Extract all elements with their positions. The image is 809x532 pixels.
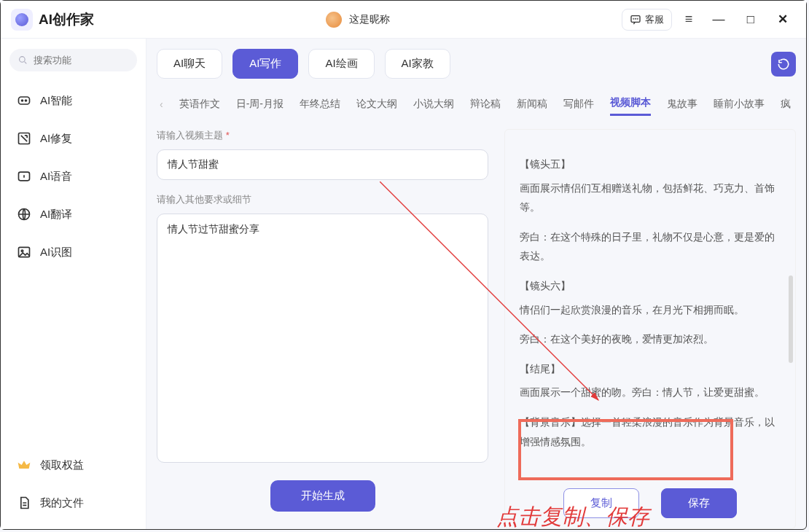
svg-point-2 (636, 18, 636, 19)
nickname: 这是昵称 (349, 13, 390, 26)
copy-button[interactable]: 复制 (563, 488, 639, 518)
output-seg5-body: 画面展示情侣们互相赠送礼物，包括鲜花、巧克力、首饰等。 (520, 179, 781, 217)
file-icon (17, 496, 31, 510)
app-title: AI创作家 (39, 10, 94, 29)
output-seg6-head: 【镜头六】 (520, 276, 781, 296)
sidebar-item-label: AI修复 (40, 132, 72, 146)
subtab-email[interactable]: 写邮件 (563, 93, 594, 115)
topic-input[interactable] (157, 149, 488, 180)
sidebar-item-ai-smart[interactable]: AI智能 (9, 85, 137, 117)
output-seg5-head: 【镜头五】 (520, 154, 781, 174)
svg-rect-5 (19, 97, 30, 104)
minimize-button[interactable]: — (706, 7, 732, 33)
svg-point-6 (22, 100, 23, 101)
subtab-bedtime-story[interactable]: 睡前小故事 (714, 93, 765, 115)
sidebar-item-label: 领取权益 (40, 458, 84, 472)
menu-icon: ≡ (685, 12, 693, 27)
output-seg5-narr: 旁白：在这个特殊的日子里，礼物不仅是心意，更是爱的表达。 (520, 227, 781, 266)
sidebar-item-ai-voice[interactable]: AI语音 (9, 160, 137, 192)
tab-ai-tutor[interactable]: AI家教 (385, 49, 450, 79)
tab-ai-chat[interactable]: AI聊天 (157, 49, 222, 79)
svg-point-4 (20, 57, 26, 63)
sidebar: AI智能 AI修复 AI语音 AI翻译 AI识图 (1, 39, 146, 529)
main-content: AI聊天 AI写作 AI绘画 AI家教 ‹ 英语作文 日-周-月报 年终总结 论… (146, 39, 806, 529)
history-button[interactable] (771, 52, 796, 77)
output-end-body: 画面展示一个甜蜜的吻。旁白：情人节，让爱更甜蜜。 (520, 383, 781, 402)
subtab-news[interactable]: 新闻稿 (517, 93, 547, 115)
avatar[interactable] (326, 12, 342, 28)
svg-point-3 (637, 18, 638, 19)
subtab-paper-outline[interactable]: 论文大纲 (356, 93, 397, 115)
menu-button[interactable]: ≡ (678, 9, 700, 31)
detail-textarea[interactable] (157, 214, 488, 463)
sidebar-item-label: AI翻译 (40, 208, 72, 222)
customer-service-button[interactable]: 客服 (622, 9, 672, 31)
subtab-ghost-story[interactable]: 鬼故事 (667, 93, 697, 115)
svg-point-12 (21, 250, 23, 252)
app-logo (11, 9, 33, 31)
close-button[interactable]: ✕ (770, 7, 796, 33)
tab-ai-writing[interactable]: AI写作 (232, 49, 298, 79)
secondary-tabs: ‹ 英语作文 日-周-月报 年终总结 论文大纲 小说大纲 辩论稿 新闻稿 写邮件… (157, 92, 796, 116)
svg-point-1 (633, 18, 634, 19)
voice-icon (17, 169, 31, 184)
subtab-video-script[interactable]: 视频脚本 (610, 92, 651, 116)
sidebar-item-ai-translate[interactable]: AI翻译 (9, 198, 137, 230)
search-input[interactable] (34, 55, 128, 66)
input-column: 请输入视频主题 * 请输入其他要求或细节 开始生成 (157, 129, 488, 529)
crown-icon (17, 458, 31, 472)
sidebar-item-files[interactable]: 我的文件 (9, 487, 137, 519)
subtab-more[interactable]: 疯 (781, 93, 791, 115)
subtab-year-summary[interactable]: 年终总结 (300, 93, 340, 115)
svg-point-7 (26, 100, 27, 101)
output-text[interactable]: 【镜头五】 画面展示情侣们互相赠送礼物，包括鲜花、巧克力、首饰等。 旁白：在这个… (517, 130, 783, 478)
topic-label: 请输入视频主题 * (157, 129, 488, 142)
output-bgm: 【背景音乐】选择一首轻柔浪漫的音乐作为背景音乐，以增强情感氛围。 (520, 412, 781, 451)
sidebar-item-label: AI智能 (40, 94, 72, 108)
search-box[interactable] (9, 49, 137, 71)
subtab-debate[interactable]: 辩论稿 (470, 93, 501, 115)
translate-icon (17, 207, 31, 222)
sidebar-item-label: AI识图 (40, 246, 72, 259)
tabs-scroll-left[interactable]: ‹ (160, 98, 163, 110)
maximize-button[interactable]: □ (738, 7, 764, 33)
sidebar-item-label: AI语音 (40, 170, 72, 184)
output-column: 【镜头五】 画面展示情侣们互相赠送礼物，包括鲜花、巧克力、首饰等。 旁白：在这个… (504, 129, 796, 529)
output-seg6-body: 情侣们一起欣赏浪漫的音乐，在月光下相拥而眠。 (520, 300, 781, 320)
generate-button[interactable]: 开始生成 (270, 480, 375, 512)
sidebar-item-benefits[interactable]: 领取权益 (9, 449, 137, 481)
repair-icon (17, 131, 31, 146)
video-icon (17, 93, 31, 108)
subtab-reports[interactable]: 日-周-月报 (236, 93, 284, 115)
output-seg6-narr: 旁白：在这个美好的夜晚，爱情更加浓烈。 (520, 329, 781, 349)
subtab-english-essay[interactable]: 英语作文 (179, 93, 220, 115)
save-button[interactable]: 保存 (661, 488, 737, 518)
output-end-head: 【结尾】 (520, 359, 781, 379)
image-icon (17, 245, 31, 259)
customer-service-label: 客服 (645, 13, 664, 26)
subtab-novel-outline[interactable]: 小说大纲 (413, 93, 454, 115)
sidebar-item-ai-fix[interactable]: AI修复 (9, 122, 137, 154)
detail-label: 请输入其他要求或细节 (157, 193, 488, 206)
sidebar-item-label: 我的文件 (40, 496, 84, 510)
sidebar-item-ai-image[interactable]: AI识图 (9, 236, 137, 268)
chat-icon (630, 14, 641, 26)
history-icon (777, 58, 790, 71)
tab-ai-drawing[interactable]: AI绘画 (308, 49, 374, 79)
scrollbar-thumb[interactable] (789, 275, 793, 363)
titlebar: AI创作家 这是昵称 客服 ≡ — □ ✕ (1, 1, 806, 39)
search-icon (18, 55, 28, 66)
primary-tabs: AI聊天 AI写作 AI绘画 AI家教 (157, 49, 796, 79)
